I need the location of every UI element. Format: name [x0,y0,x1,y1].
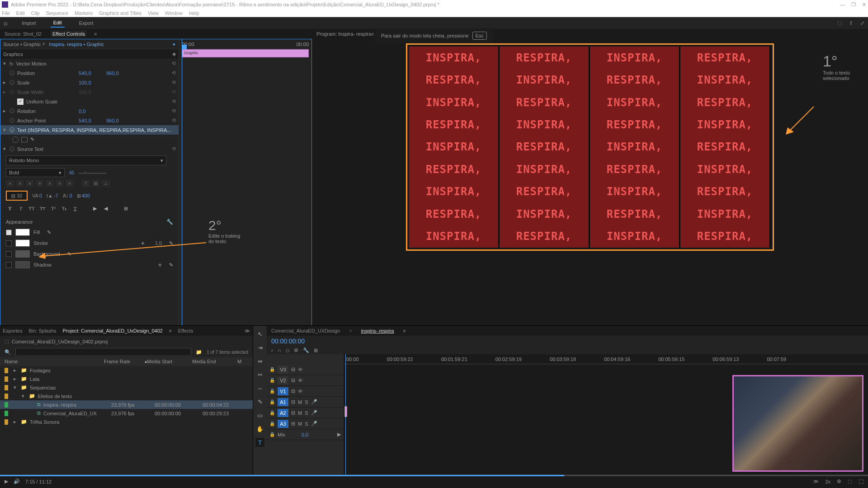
track-a1[interactable]: A1 [278,398,288,406]
snap-icon[interactable]: ⸗ [271,347,273,353]
position-y[interactable]: 960,0 [106,70,131,76]
stopwatch-icon[interactable]: ◌ [9,146,14,151]
fullscreen-icon[interactable]: ⛶ [859,479,863,484]
lock-icon[interactable]: 🔒 [269,389,275,394]
eyedropper-icon[interactable]: ✎ [47,230,51,235]
project-search-input[interactable] [15,348,191,356]
menu-view[interactable]: View [148,10,159,16]
graphic-clip[interactable]: Graphic [182,49,309,57]
slip-tool-icon[interactable]: ↔ [255,384,264,393]
video-progress[interactable] [0,475,868,476]
share-icon[interactable]: ⇪ [849,20,853,26]
rtl-icon[interactable]: ◀ [102,204,110,212]
keyframe-toggle-icon[interactable]: ◆ [172,51,176,57]
kerning-value[interactable]: 0 [39,193,42,198]
next-icon[interactable]: ≫ [813,479,819,484]
timeline-tab-1[interactable]: Comercial_AluraED_UXDesign [271,328,340,333]
anchor-x[interactable]: 540,0 [79,118,104,123]
volume-icon[interactable]: 🔊 [14,479,20,484]
tab-bin-splashs[interactable]: Bin: Splashs [28,328,56,333]
project-item[interactable]: ▾📁Sequencias [0,383,253,392]
tab-esportes[interactable]: Esportes [3,328,22,333]
track-select-tool-icon[interactable]: ⇥ [255,343,264,352]
menu-markers[interactable]: Markers [75,10,93,16]
menu-graphics[interactable]: Graphics and Titles [99,10,142,16]
menu-file[interactable]: File [2,10,10,16]
hand-tool-icon[interactable]: ✋ [255,424,264,433]
underline-icon[interactable]: T [71,204,79,212]
font-weight-select[interactable]: Bold▾ [6,168,65,177]
align-justify-right-icon[interactable]: ≡ [56,180,64,187]
tracking-input[interactable]: ▥32 [6,191,28,201]
play-button[interactable]: ▶ [5,479,8,484]
lock-icon[interactable]: 🔒 [269,410,275,415]
subscript-icon[interactable]: T₂ [60,204,68,212]
shadow-checkbox[interactable] [6,262,12,268]
position-x[interactable]: 540,0 [79,70,104,76]
project-item[interactable]: ⧉inspira- respira23,976 fps00:00:00:0000… [0,400,253,409]
mic-icon[interactable]: 🎤 [311,410,317,416]
align-justify-all-icon[interactable]: ≡ [66,180,74,187]
graphics-section[interactable]: Graphics [3,52,23,57]
track-v2[interactable]: V2 [278,376,288,385]
stroke-checkbox[interactable] [6,240,12,246]
menu-window[interactable]: Window [165,10,183,16]
mic-icon[interactable]: 🎤 [311,421,317,427]
ellipse-mask-icon[interactable] [12,136,19,143]
effect-timeline[interactable]: 00:0000:00 Graphic [179,39,311,355]
playhead[interactable] [182,39,182,355]
marker-icon[interactable]: ◇ [286,347,289,353]
background-checkbox[interactable] [6,251,12,257]
project-item[interactable]: ▸📁Footages [0,366,253,375]
stopwatch-icon[interactable]: ◌ [9,70,14,75]
stopwatch-icon[interactable]: ◌ [9,118,14,123]
program-view[interactable]: INSPIRA,RESPIRA,INSPIRA,RESPIRA,RESPIRA,… [409,47,771,248]
text-effect[interactable]: Text (INSPIRA, RESPIRA, INSPIRA, RESPIRA… [17,127,171,133]
eye-icon[interactable]: 👁 [298,389,303,394]
baseline-value[interactable]: 0 [70,193,72,198]
timeline-clip[interactable] [344,406,347,417]
align-right-icon[interactable]: ≡ [26,180,34,187]
home-icon[interactable]: ⌂ [4,19,7,27]
workspace-edit[interactable]: Edit [51,19,65,28]
source-text[interactable]: Source Text [17,146,43,152]
track-v1[interactable]: V1 [278,387,288,395]
scale-value[interactable]: 100,0 [79,80,104,85]
pen-tool-icon[interactable]: ✎ [255,397,264,406]
fill-checkbox[interactable] [6,230,12,235]
menu-help[interactable]: Help [189,10,199,16]
rect-mask-icon[interactable] [21,137,28,142]
sync-lock-icon[interactable]: ⊟ [291,388,295,394]
lock-icon[interactable]: 🔒 [269,367,275,372]
track-v3[interactable]: V3 [278,366,288,374]
menu-edit[interactable]: Edit [16,10,25,16]
settings-icon[interactable]: ⚙ [294,347,298,353]
project-item[interactable]: ▾📁Efeitos de texto [0,392,253,400]
stroke-swatch[interactable] [15,239,30,247]
lock-icon[interactable]: 🔒 [269,421,275,426]
caption-icon[interactable]: ⊞ [314,347,318,353]
tab-effect-controls[interactable]: Effect Controls [51,30,87,38]
track-a2[interactable]: A2 [278,409,288,417]
rect-tool-icon[interactable]: ▭ [255,411,264,420]
type-tool-icon[interactable]: T [255,438,264,447]
shadow-swatch[interactable] [15,261,30,268]
ripple-tool-icon[interactable]: ⇔ [255,357,264,366]
menu-clip[interactable]: Clip [31,10,40,16]
timeline-tab-2[interactable]: inspira- respira [361,328,394,333]
project-item[interactable]: ▸📁Trilha Sonora [0,418,253,426]
selection-tool-icon[interactable]: ↖ [255,329,264,338]
eye-icon[interactable]: 👁 [298,367,303,372]
align-justify-left-icon[interactable]: ≡ [46,180,54,187]
wrench-icon[interactable]: 🔧 [166,219,173,225]
faux-italic-icon[interactable]: T [17,204,25,212]
settings-icon[interactable]: ⚙ [837,479,841,484]
allcaps-icon[interactable]: TT [28,204,36,212]
close-button[interactable]: ✕ [862,2,866,8]
font-size[interactable]: 45 [69,170,74,175]
workspace-export[interactable]: Export [76,19,96,27]
vert-align-mid-icon[interactable]: ⊟ [92,180,100,187]
project-item[interactable]: ▸📁Lata [0,375,253,383]
project-item[interactable]: ⧉Comercial_AluraED_UX23,976 fps00:00:00:… [0,409,253,418]
razor-tool-icon[interactable]: ✂ [255,370,264,379]
